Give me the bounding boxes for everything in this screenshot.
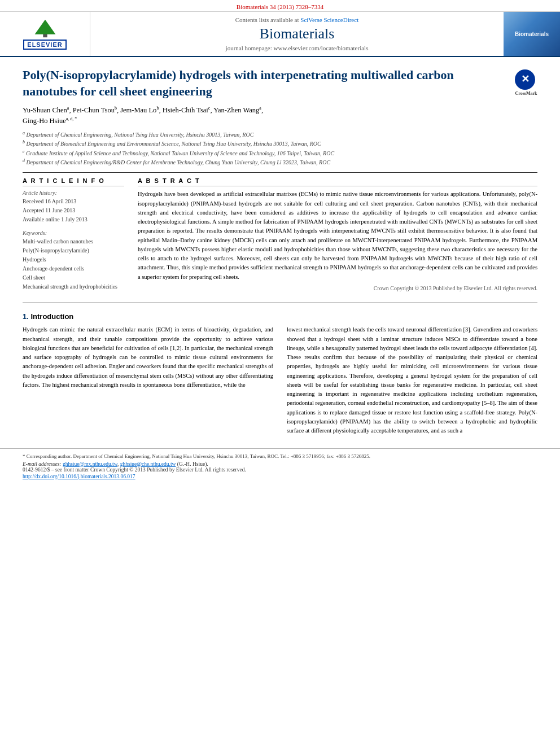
crossmark-badge: ✕ CrossMark: [515, 69, 537, 92]
email-link-1[interactable]: ghhsiue@mx.nthu.edu.tw: [63, 461, 117, 467]
elsevier-logo: ELSEVIER: [14, 19, 76, 50]
citation-text: Biomaterials 34 (2013) 7328–7334: [237, 3, 323, 10]
contents-link: Contents lists available at SciVerse Sci…: [235, 16, 358, 23]
keyword-1: Multi-walled carbon nanotubes: [23, 237, 124, 246]
available-date: Available online 1 July 2013: [23, 215, 124, 224]
history-label: Article history:: [23, 190, 124, 196]
abstract-heading: A B S T R A C T: [138, 177, 537, 186]
abstract-col: A B S T R A C T Hydrogels have been deve…: [138, 177, 537, 297]
footer-area: * Corresponding author. Department of Ch…: [0, 448, 560, 485]
keyword-2: Poly(N-isopropylacrylamide): [23, 246, 124, 255]
elsevier-label: ELSEVIER: [23, 40, 66, 50]
page: Biomaterials 34 (2013) 7328–7334 ELSEVIE…: [0, 0, 560, 747]
keyword-5: Cell sheet: [23, 273, 124, 282]
intro-right-col: lowest mechanical strength leads the cel…: [287, 325, 537, 435]
journal-title: Biomaterials: [260, 25, 335, 42]
section-number: 1.: [23, 312, 30, 321]
footnote-star-text: * Corresponding author. Department of Ch…: [23, 453, 537, 459]
email-suffix: (G.-H. Hsiue).: [177, 461, 208, 467]
introduction-section: 1. Introduction Hydrogels can mimic the …: [23, 312, 537, 435]
journal-cover-image: Biomaterials: [504, 12, 560, 56]
citation-bar: Biomaterials 34 (2013) 7328–7334: [0, 0, 560, 12]
article-info-abstract-area: A R T I C L E I N F O Article history: R…: [23, 177, 537, 297]
section-title: 1. Introduction: [23, 312, 537, 321]
section-divider-1: [23, 172, 537, 173]
keywords-list: Multi-walled carbon nanotubes Poly(N-iso…: [23, 237, 124, 291]
journal-header: ELSEVIER Contents lists available at Sci…: [0, 12, 560, 57]
keywords-section: Keywords: Multi-walled carbon nanotubes …: [23, 230, 124, 291]
crossmark-label: CrossMark: [515, 91, 537, 97]
received-date: Received 16 April 2013: [23, 197, 124, 206]
authors-line: Yu-Shuan Chena, Pei-Chun Tsoub, Jem-Mau …: [23, 105, 537, 126]
crossmark-circle: ✕: [515, 69, 535, 90]
cover-label: Biomaterials: [515, 31, 549, 37]
keyword-3: Hydrogels: [23, 255, 124, 264]
journal-homepage: journal homepage: www.elsevier.com/locat…: [226, 45, 369, 51]
intro-left-text: Hydrogels can mimic the natural extracel…: [23, 325, 273, 390]
elsevier-logo-area: ELSEVIER: [0, 12, 90, 56]
section-title-text: Introduction: [30, 312, 73, 321]
keyword-6: Mechanical strength and hydrophobicities: [23, 282, 124, 291]
keyword-4: Anchorage-dependent cells: [23, 264, 124, 273]
crossmark-icon: ✕: [521, 73, 530, 86]
accepted-date: Accepted 11 June 2013: [23, 206, 124, 215]
keywords-label: Keywords:: [23, 230, 124, 236]
intro-body-cols: Hydrogels can mimic the natural extracel…: [23, 325, 537, 435]
doi-link[interactable]: http://dx.doi.org/10.1016/j.biomaterials…: [23, 474, 135, 479]
article-info-col: A R T I C L E I N F O Article history: R…: [23, 177, 124, 297]
doi-note: http://dx.doi.org/10.1016/j.biomaterials…: [23, 474, 537, 479]
article-info-heading: A R T I C L E I N F O: [23, 177, 124, 186]
intro-left-col: Hydrogels can mimic the natural extracel…: [23, 325, 273, 435]
journal-center: Contents lists available at SciVerse Sci…: [90, 12, 504, 56]
license-note: 0142-9612/$ – see front matter Crown Cop…: [23, 467, 537, 473]
email-link-2[interactable]: ghhsiue@che.nthu.edu.tw: [120, 461, 176, 467]
affiliations: a Department of Chemical Engineering, Na…: [23, 130, 537, 167]
article-title-area: Poly(N-isopropylacrylamide) hydrogels wi…: [23, 67, 537, 99]
email-addresses: E-mail addresses: ghhsiue@mx.nthu.edu.tw…: [23, 461, 537, 467]
abstract-text: Hydrogels have been developed as artific…: [138, 190, 537, 282]
article-history-section: Article history: Received 16 April 2013 …: [23, 190, 124, 224]
elsevier-tree-icon: [28, 19, 62, 38]
main-content: Poly(N-isopropylacrylamide) hydrogels wi…: [0, 57, 560, 442]
abstract-copyright: Crown Copyright © 2013 Published by Else…: [138, 285, 537, 291]
article-title-text: Poly(N-isopropylacrylamide) hydrogels wi…: [23, 67, 509, 99]
article-dates: Received 16 April 2013 Accepted 11 June …: [23, 197, 124, 224]
cover-placeholder: Biomaterials: [504, 12, 560, 56]
sciverse-link[interactable]: SciVerse ScienceDirect: [300, 16, 358, 23]
intro-right-text: lowest mechanical strength leads the cel…: [287, 325, 537, 435]
section-divider-2: [23, 303, 537, 303]
